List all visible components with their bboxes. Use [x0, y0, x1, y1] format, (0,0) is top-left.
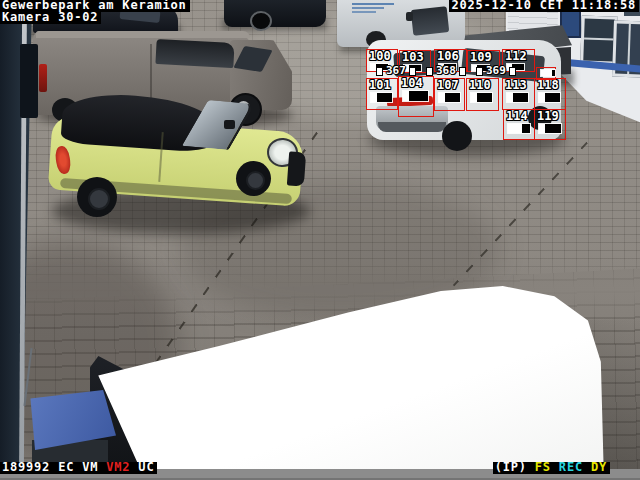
detection-id-label: 107: [437, 80, 459, 90]
detection-overlay: 1001031061091121011041071101131181141193…: [0, 0, 640, 480]
detection-id-label: 101: [369, 80, 391, 90]
plate-id-label-369: 369: [476, 66, 516, 76]
status-flag-189992: 189992: [2, 460, 50, 474]
plate-id-label-367: 367: [376, 66, 416, 76]
plate-readout-bar: [370, 92, 393, 103]
plate-readout-bar: [470, 92, 493, 103]
detection-box-101: 101: [366, 78, 398, 110]
status-flag-fs: FS: [535, 460, 551, 474]
detection-box: [536, 67, 556, 80]
timestamp-text: 2025-12-10 CET 11:18:58: [449, 0, 639, 12]
plate-tick: [459, 67, 466, 76]
detection-id-label: 103: [402, 52, 424, 62]
status-flag-uc: UC: [138, 460, 154, 474]
status-flag-ec: EC: [58, 460, 74, 474]
detection-id-label: 106: [437, 51, 459, 61]
detection-box-107: 107: [434, 78, 465, 111]
plate-number: 367: [386, 66, 406, 76]
detection-id-label: 119: [537, 111, 559, 121]
plate-tick: [426, 67, 433, 76]
detection-id-label: 109: [470, 52, 492, 62]
detection-box-114: 114: [503, 109, 535, 140]
detection-id-label: 113: [505, 80, 527, 90]
status-flag-rec: REC: [559, 460, 583, 474]
detection-id-label: 118: [537, 80, 559, 90]
plate-tick: [509, 67, 516, 76]
detection-id-label: 104: [401, 78, 423, 88]
osd-status-left: 189992ECVMVM2UC: [0, 462, 157, 474]
camera-video-frame: 1001031061091121011041071101131181141193…: [0, 0, 640, 480]
plate-tick: [376, 67, 383, 76]
osd-timestamp: 2025-12-10 CET 11:18:58: [449, 0, 639, 12]
plate-readout-bar: [438, 92, 461, 103]
detection-id-label: 112: [505, 51, 527, 61]
osd-status-right: (IP)FSRECDY: [493, 462, 610, 474]
detection-box-110: 110: [466, 78, 499, 111]
osd-camera-title: Gewerbepark am Keramion Kamera 30-02: [0, 0, 190, 24]
plate-tick: [409, 67, 416, 76]
detection-box-119: 119: [534, 109, 566, 140]
camera-name: Kamera 30-02: [0, 12, 101, 24]
plate-number: 369: [486, 66, 506, 76]
status-flag-vm2: VM2: [106, 460, 130, 474]
plate-readout-bar: [540, 69, 556, 77]
detection-box-104: 104: [398, 76, 434, 117]
detection-id-label: 114: [506, 111, 528, 121]
detection-box-118: 118: [534, 78, 566, 110]
status-flag-ip: (IP): [495, 460, 527, 474]
detection-id-label: 100: [369, 51, 391, 61]
plate-readout-bar: [538, 123, 562, 134]
plate-id-label-368: 368: [426, 66, 466, 76]
status-right-line: (IP)FSRECDY: [493, 462, 610, 474]
plate-readout-bar: [538, 92, 561, 103]
status-left-line: 189992ECVMVM2UC: [0, 462, 157, 474]
plate-readout-bar: [506, 92, 529, 103]
status-flag-dy: DY: [591, 460, 607, 474]
plate-tick: [476, 67, 483, 76]
status-flag-vm: VM: [82, 460, 98, 474]
plate-readout-bar: [507, 123, 531, 134]
plate-number: 368: [436, 66, 456, 76]
detection-id-label: 110: [469, 80, 491, 90]
plate-readout-bar: [402, 90, 429, 102]
detection-box-113: 113: [502, 78, 535, 110]
